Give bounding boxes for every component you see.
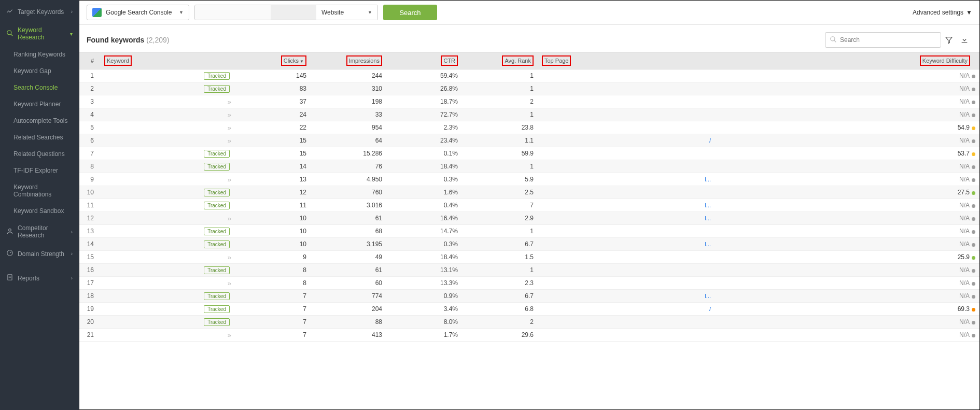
download-button[interactable] xyxy=(957,32,972,48)
table-row[interactable]: 3»3719818.7%2N/A xyxy=(79,95,979,108)
cell-top-page[interactable]: l... xyxy=(538,238,717,251)
cell-clicks: 12 xyxy=(235,186,311,199)
table-row[interactable]: 4»243372.7%1N/A xyxy=(79,108,979,121)
filter-button[interactable] xyxy=(941,32,957,48)
nav-domain-strength[interactable]: Domain Strength› xyxy=(0,244,79,263)
nav-sub-ranking-keywords[interactable]: Ranking Keywords xyxy=(0,46,79,63)
expand-icon[interactable]: » xyxy=(228,176,230,183)
table-row[interactable]: 12»106116.4%2.9l...N/A xyxy=(79,212,979,225)
target-type-dropdown[interactable]: Website ▼ xyxy=(316,5,377,20)
nav-reports[interactable]: Reports› xyxy=(0,268,79,288)
cell-avg-rank: 2 xyxy=(462,95,538,108)
col-impressions[interactable]: Impressions xyxy=(311,52,386,69)
nav-competitor-research[interactable]: Competitor Research› xyxy=(0,219,79,244)
nav-sub-search-console[interactable]: Search Console xyxy=(0,79,79,96)
cell-top-page[interactable]: l... xyxy=(538,173,717,186)
nav-sub-tf-idf-explorer[interactable]: TF-IDF Explorer xyxy=(0,162,79,179)
cell-difficulty: 25.9 xyxy=(717,251,979,264)
tracked-badge: Tracked xyxy=(204,318,230,326)
cell-keyword: Tracked xyxy=(100,316,235,329)
table-row[interactable]: 6»156423.4%1.1/N/A xyxy=(79,134,979,147)
table-row[interactable]: 15»94918.4%1.525.9 xyxy=(79,251,979,264)
table-row[interactable]: 8Tracked147618.4%1N/A xyxy=(79,160,979,173)
cell-clicks: 37 xyxy=(235,95,311,108)
expand-icon[interactable]: » xyxy=(228,111,230,119)
expand-icon[interactable]: » xyxy=(228,124,230,132)
table-row[interactable]: 17»86013.3%2.3N/A xyxy=(79,277,979,290)
col-clicks[interactable]: Clicks▼ xyxy=(235,52,311,69)
difficulty-dot-icon xyxy=(972,256,975,260)
nav-sub-keyword-combinations[interactable]: Keyword Combinations xyxy=(0,179,79,203)
nav-keyword-research[interactable]: Keyword Research▾ xyxy=(0,21,79,46)
nav-sub-related-searches[interactable]: Related Searches xyxy=(0,129,79,146)
cell-difficulty: N/A xyxy=(717,108,979,121)
col-ctr[interactable]: CTR xyxy=(386,52,462,69)
table-row[interactable]: 2Tracked8331026.8%1N/A xyxy=(79,82,979,95)
expand-icon[interactable]: » xyxy=(228,98,230,106)
col-avg-rank[interactable]: Avg. Rank xyxy=(462,52,538,69)
search-button[interactable]: Search xyxy=(383,5,437,20)
cell-top-page xyxy=(538,69,717,82)
found-keywords-heading: Found keywords (2,209) xyxy=(87,36,169,44)
table-wrapper[interactable]: # Keyword Clicks▼ Impressions CTR Avg. R… xyxy=(79,52,979,409)
advanced-settings-label: Advanced settings xyxy=(913,9,963,16)
cell-top-page[interactable]: l... xyxy=(538,199,717,212)
col-keyword[interactable]: Keyword xyxy=(100,52,235,69)
cell-top-page[interactable]: l... xyxy=(538,212,717,225)
table-row[interactable]: 14Tracked103,1950.3%6.7l...N/A xyxy=(79,238,979,251)
cell-impressions: 64 xyxy=(311,134,386,147)
table-row[interactable]: 1Tracked14524459.4%1N/A xyxy=(79,69,979,82)
cell-difficulty: N/A xyxy=(717,82,979,95)
col-number[interactable]: # xyxy=(79,52,100,69)
cell-top-page[interactable]: l... xyxy=(538,290,717,303)
nav-label: Target Keywords xyxy=(18,8,64,16)
nav-sub-related-questions[interactable]: Related Questions xyxy=(0,146,79,162)
target-input-mid[interactable] xyxy=(271,5,316,20)
cell-keyword: » xyxy=(100,108,235,121)
nav-sub-keyword-sandbox[interactable]: Keyword Sandbox xyxy=(0,203,79,219)
cell-keyword: Tracked xyxy=(100,69,235,82)
cell-clicks: 15 xyxy=(235,134,311,147)
table-row[interactable]: 13Tracked106814.7%1N/A xyxy=(79,225,979,238)
advanced-settings-toggle[interactable]: Advanced settings ▼ xyxy=(913,9,972,16)
table-row[interactable]: 10Tracked127601.6%2.527.5 xyxy=(79,186,979,199)
expand-icon[interactable]: » xyxy=(228,215,230,222)
table-row[interactable]: 9»134,9500.3%5.9l...N/A xyxy=(79,173,979,186)
col-difficulty[interactable]: Keyword Difficulty xyxy=(717,52,979,69)
cell-impressions: 954 xyxy=(311,121,386,134)
table-row[interactable]: 7Tracked1515,2860.1%59.953.7 xyxy=(79,147,979,160)
cell-impressions: 244 xyxy=(311,69,386,82)
target-input-left[interactable] xyxy=(195,5,271,20)
nav-sub-keyword-gap[interactable]: Keyword Gap xyxy=(0,63,79,79)
table-row[interactable]: 21»74131.7%29.6N/A xyxy=(79,329,979,342)
table-row[interactable]: 11Tracked113,0160.4%7l...N/A xyxy=(79,199,979,212)
cell-number: 11 xyxy=(79,199,100,212)
table-row[interactable]: 18Tracked77740.9%6.7l...N/A xyxy=(79,290,979,303)
source-dropdown-label: Google Search Console xyxy=(106,9,175,16)
table-row[interactable]: 5»229542.3%23.854.9 xyxy=(79,121,979,134)
cell-difficulty: N/A xyxy=(717,290,979,303)
cell-avg-rank: 5.9 xyxy=(462,173,538,186)
expand-icon[interactable]: » xyxy=(228,253,230,261)
table-row[interactable]: 20Tracked7888.0%2N/A xyxy=(79,316,979,329)
nav-sub-autocomplete-tools[interactable]: Autocomplete Tools xyxy=(0,112,79,129)
cell-clicks: 83 xyxy=(235,82,311,95)
search-input-wrap[interactable] xyxy=(825,32,941,48)
target-type-label: Website xyxy=(321,9,344,16)
nav-target-keywords[interactable]: Target Keywords› xyxy=(0,2,79,21)
tracked-badge: Tracked xyxy=(204,163,230,171)
col-top-page[interactable]: Top Page xyxy=(538,52,717,69)
table-row[interactable]: 19Tracked72043.4%6.8/69.3 xyxy=(79,303,979,316)
cell-top-page[interactable]: / xyxy=(538,303,717,316)
expand-icon[interactable]: » xyxy=(228,137,230,145)
cell-ctr: 0.9% xyxy=(386,290,462,303)
nav-sub-keyword-planner[interactable]: Keyword Planner xyxy=(0,96,79,112)
table-row[interactable]: 16Tracked86113.1%1N/A xyxy=(79,264,979,277)
cell-top-page[interactable]: / xyxy=(538,134,717,147)
source-dropdown[interactable]: Google Search Console ▼ xyxy=(87,5,189,20)
search-input[interactable] xyxy=(840,36,936,44)
expand-icon[interactable]: » xyxy=(228,279,230,287)
svg-point-7 xyxy=(831,36,835,40)
cell-impressions: 88 xyxy=(311,316,386,329)
expand-icon[interactable]: » xyxy=(228,331,230,339)
